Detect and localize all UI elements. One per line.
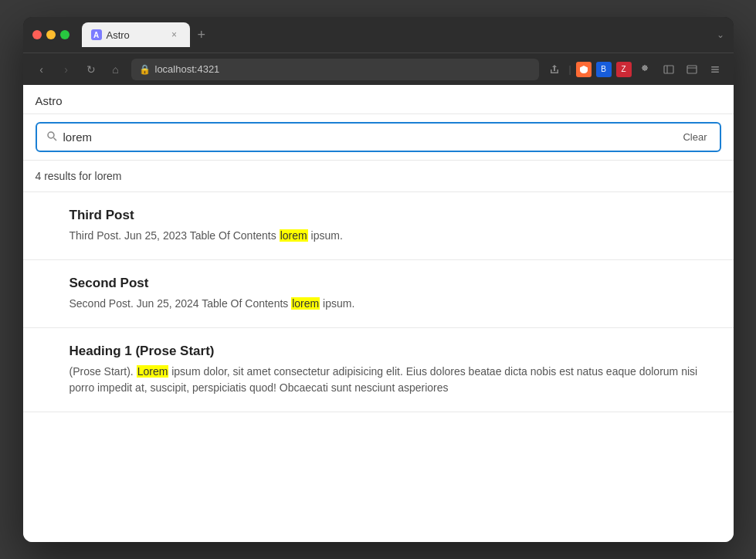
new-tab-button[interactable]: +	[193, 27, 211, 43]
reload-button[interactable]: ↻	[82, 60, 100, 79]
forward-button[interactable]: ›	[57, 60, 76, 79]
tabs-menu-button[interactable]: ⌄	[717, 29, 724, 40]
browser-window: A Astro × + ⌄ ‹ › ↻ ⌂ 🔒 localhost:4321	[23, 17, 734, 542]
site-name: Astro	[36, 94, 63, 107]
highlight: lorem	[291, 297, 320, 310]
divider: |	[568, 64, 571, 75]
menu-icon[interactable]	[706, 60, 724, 79]
result-snippet: Third Post. Jun 25, 2023 Table Of Conten…	[69, 228, 721, 244]
extensions-icon[interactable]	[636, 60, 655, 79]
svg-rect-5	[711, 69, 719, 70]
svg-rect-4	[711, 66, 719, 68]
snippet-before: (Prose Start).	[69, 365, 137, 378]
svg-point-7	[48, 132, 54, 138]
snippet-after: ipsum.	[308, 229, 343, 242]
back-button[interactable]: ‹	[32, 60, 51, 79]
result-item[interactable]: Second Post Second Post. Jun 25, 2024 Ta…	[23, 260, 734, 328]
highlight: lorem	[280, 229, 308, 242]
results-summary: 4 results for lorem	[23, 161, 734, 192]
search-bar: Clear	[36, 122, 721, 152]
tab-title: Astro	[107, 29, 130, 41]
home-button[interactable]: ⌂	[107, 60, 125, 79]
snippet-before: Second Post. Jun 25, 2024 Table Of Conte…	[69, 297, 292, 310]
address-text: localhost:4321	[155, 63, 220, 75]
highlight: Lorem	[137, 365, 169, 378]
close-button[interactable]	[32, 30, 42, 39]
tab-favicon: A	[91, 29, 102, 40]
svg-rect-0	[664, 66, 673, 73]
result-item[interactable]: Heading 1 (Prose Start) (Prose Start). L…	[23, 328, 734, 412]
snippet-before: Third Post. Jun 25, 2023 Table Of Conten…	[69, 229, 280, 242]
result-title: Heading 1 (Prose Start)	[69, 344, 721, 359]
history-icon[interactable]	[683, 60, 701, 79]
sidebar-icon[interactable]	[659, 60, 678, 79]
svg-rect-2	[687, 66, 697, 73]
result-title: Second Post	[69, 276, 721, 291]
content-area: Astro Clear 4 results for lorem Third Po…	[23, 85, 734, 542]
share-icon[interactable]	[545, 60, 564, 79]
svg-rect-6	[711, 71, 719, 73]
tab-bar: A Astro × + ⌄	[82, 22, 724, 47]
search-icon	[46, 130, 57, 144]
nav-icons: | B Z	[545, 60, 724, 79]
clear-button[interactable]: Clear	[680, 130, 710, 144]
lock-icon: 🔒	[139, 64, 151, 75]
nav-bar: ‹ › ↻ ⌂ 🔒 localhost:4321 | B Z	[23, 53, 734, 85]
result-snippet: (Prose Start). Lorem ipsum dolor, sit am…	[69, 364, 721, 396]
minimize-button[interactable]	[46, 30, 56, 39]
result-snippet: Second Post. Jun 25, 2024 Table Of Conte…	[69, 296, 721, 312]
active-tab[interactable]: A Astro ×	[82, 22, 190, 47]
title-bar: A Astro × + ⌄	[23, 17, 734, 53]
search-input[interactable]	[63, 130, 674, 144]
result-title: Third Post	[69, 208, 721, 223]
traffic-lights	[32, 30, 69, 39]
site-header: Astro	[23, 85, 734, 114]
page-content: Astro Clear 4 results for lorem Third Po…	[23, 85, 734, 542]
address-bar[interactable]: 🔒 localhost:4321	[131, 59, 540, 80]
tab-close-button[interactable]: ×	[168, 29, 181, 41]
brave-shields-icon[interactable]	[576, 62, 592, 77]
result-item[interactable]: Third Post Third Post. Jun 25, 2023 Tabl…	[23, 192, 734, 260]
search-bar-container: Clear	[23, 114, 734, 161]
snippet-after: ipsum.	[320, 297, 354, 310]
zotero-icon[interactable]: Z	[616, 62, 632, 77]
svg-line-8	[53, 138, 56, 141]
bitwarden-icon[interactable]: B	[596, 62, 612, 77]
maximize-button[interactable]	[60, 30, 69, 39]
